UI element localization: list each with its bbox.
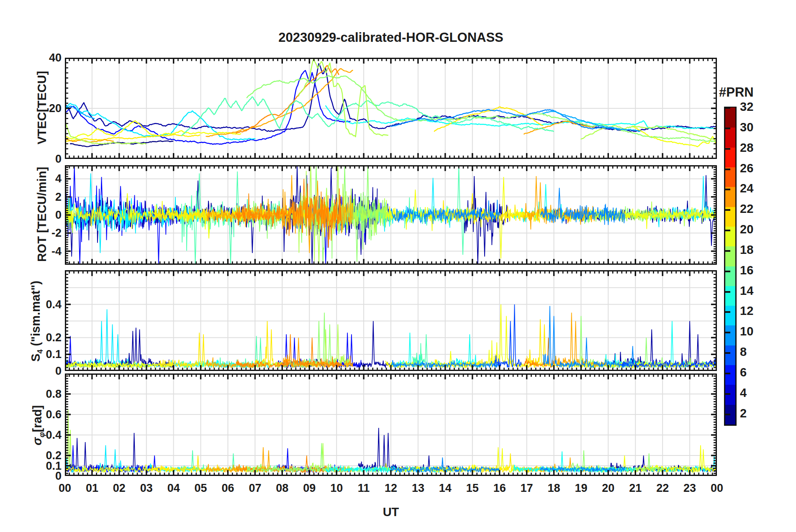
x-tick-label: 11	[349, 482, 378, 495]
colorbar-tick	[725, 107, 730, 109]
y-tick-label-sigma_phi: 0.2	[11, 449, 62, 462]
colorbar-tick	[725, 271, 730, 272]
prn-colorbar	[724, 107, 737, 426]
colorbar-tick	[725, 352, 730, 354]
colorbar-tick	[725, 209, 730, 211]
colorbar-tick	[725, 230, 730, 231]
colorbar-tick-label: 32	[740, 100, 753, 113]
x-tick-label: 12	[376, 482, 406, 495]
colorbar-tick	[725, 169, 730, 170]
colorbar-tick-label: 24	[740, 182, 753, 194]
x-tick-label: 07	[240, 482, 270, 495]
x-tick-label: 17	[512, 482, 542, 495]
colorbar-tick	[725, 393, 730, 395]
chart-title: 20230929-calibrated-HOR-GLONASS	[65, 30, 717, 45]
x-tick-label: 15	[458, 482, 487, 495]
y-tick-label-rot: -2	[11, 227, 62, 239]
colorbar-tick-label: 26	[740, 162, 753, 174]
colorbar-tick-label: 20	[740, 223, 753, 235]
colorbar-tick-label: 28	[740, 141, 753, 154]
y-tick-label-vtec: 20	[11, 102, 62, 115]
x-tick-label: 04	[159, 482, 188, 495]
x-axis-label: UT	[65, 505, 717, 519]
panel-plot-area-s4	[65, 270, 717, 371]
colorbar-block	[725, 345, 735, 365]
y-tick-label-vtec: 0	[11, 153, 62, 165]
colorbar-tick-label: 30	[740, 121, 753, 133]
colorbar-tick-label: 22	[740, 202, 753, 215]
x-tick-label: 00	[50, 482, 80, 495]
y-tick-label-sigma_phi: 0.6	[11, 408, 62, 421]
colorbar-tick	[725, 189, 730, 190]
x-tick-label: 21	[621, 482, 650, 495]
colorbar-tick	[725, 250, 730, 252]
colorbar-tick-label: 8	[740, 345, 747, 358]
y-tick-label-vtec: 40	[11, 51, 62, 64]
x-tick-label: 19	[566, 482, 596, 495]
colorbar-block	[725, 305, 735, 326]
y-tick-label-rot: -4	[11, 245, 62, 258]
y-tick-label-s4: 0	[11, 365, 62, 377]
panel-sigma-phi	[65, 373, 717, 476]
colorbar-tick-label: 16	[740, 264, 753, 276]
colorbar-block	[725, 246, 735, 266]
y-tick-label-s4: 0.1	[11, 348, 62, 361]
colorbar-tick-label: 10	[740, 325, 753, 338]
x-tick-label: 10	[322, 482, 351, 495]
x-tick-label: 09	[295, 482, 324, 495]
x-tick-label: 22	[648, 482, 677, 495]
colorbar-tick	[725, 414, 730, 415]
x-tick-label: 00	[702, 482, 732, 495]
x-tick-label: 16	[485, 482, 514, 495]
y-tick-label-rot: 4	[11, 172, 62, 185]
y-tick-label-sigma_phi: 0.4	[11, 429, 62, 441]
colorbar-tick-label: 12	[740, 304, 753, 317]
x-tick-label: 02	[105, 482, 134, 495]
colorbar-block	[725, 325, 735, 345]
colorbar-block	[725, 147, 735, 167]
y-tick-label-sigma_phi: 0.8	[11, 388, 62, 400]
colorbar-tick-label: 2	[740, 407, 747, 419]
x-tick-label: 06	[213, 482, 243, 495]
panel-rot	[65, 165, 717, 265]
y-tick-label-rot: 0	[11, 209, 62, 221]
colorbar-tick-label: 14	[740, 284, 753, 297]
colorbar-block	[725, 365, 735, 385]
x-tick-label: 23	[675, 482, 704, 495]
figure-canvas: 20230929-calibrated-HOR-GLONASS VTEC[TEC…	[0, 0, 796, 532]
colorbar-block	[725, 127, 735, 148]
x-tick-label: 14	[431, 482, 460, 495]
panel-s4	[65, 270, 717, 371]
colorbar-tick	[725, 311, 730, 313]
x-tick-label: 20	[593, 482, 623, 495]
colorbar-tick-label: 4	[740, 386, 747, 399]
y-tick-label-s4: 0.2	[11, 331, 62, 344]
y-tick-label-rot: 2	[11, 191, 62, 203]
panel-plot-area-rot	[65, 165, 717, 265]
colorbar-tick	[725, 332, 730, 333]
x-tick-label: 05	[186, 482, 216, 495]
colorbar-block	[725, 107, 735, 128]
panel-plot-area-vtec	[65, 58, 717, 159]
x-tick-label: 08	[267, 482, 297, 495]
panel-plot-area-sigma_phi	[65, 373, 717, 476]
colorbar-tick	[725, 128, 730, 129]
colorbar-tick	[725, 373, 730, 374]
x-tick-label: 03	[132, 482, 161, 495]
x-tick-label: 01	[77, 482, 107, 495]
panel-vtec	[65, 58, 717, 159]
colorbar-tick-label: 6	[740, 366, 747, 379]
x-tick-label: 18	[539, 482, 569, 495]
colorbar-block	[725, 226, 735, 246]
y-tick-label-s4: 0.4	[11, 298, 62, 311]
colorbar-tick-label: 18	[740, 243, 753, 256]
colorbar-block	[725, 266, 735, 286]
colorbar-block	[725, 285, 735, 306]
colorbar-tick	[725, 148, 730, 150]
colorbar-tick	[725, 291, 730, 293]
colorbar-title: #PRN	[719, 85, 754, 100]
x-tick-label: 13	[403, 482, 433, 495]
